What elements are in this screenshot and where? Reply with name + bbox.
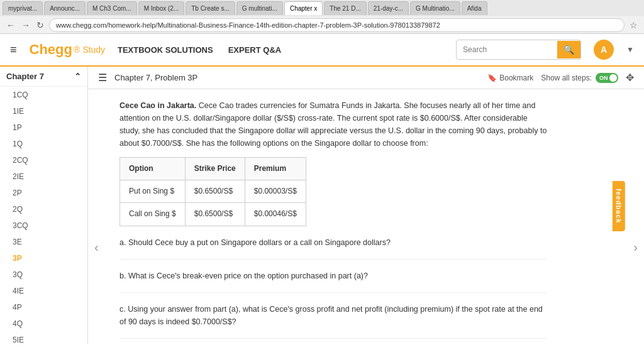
back-button[interactable]: ← [5,19,16,31]
refresh-button[interactable]: ↻ [35,19,45,31]
chegg-logo-text: Chegg [30,41,72,58]
address-input[interactable] [49,18,625,32]
sidebar-item-3q[interactable]: 3Q [0,266,87,283]
sidebar-item-2p[interactable]: 2P [0,185,87,201]
tab-create[interactable]: Tb Create s... [186,1,235,15]
tab-afida[interactable]: Afida [462,1,487,15]
forward-button[interactable]: → [20,19,31,31]
tab-g-multinatio[interactable]: G Multinatio... [410,1,460,15]
problem-title: Chapter 7, Problem 3P [114,73,197,82]
sidebar-item-2q[interactable]: 2Q [0,201,87,217]
option-row1-option: Put on Sing $ [120,180,186,203]
options-table: Option Strike Price Premium Put on Sing … [119,157,306,226]
option-row2-premium: $0.00046/S$ [245,203,306,226]
question-b-text: b. What is Cece's break-even price on th… [119,272,368,280]
toggle-knob [609,74,617,82]
chegg-header: ≡ Chegg ® Study TEXTBOOK SOLUTIONS EXPER… [0,34,644,67]
content-area: Chapter 7 ⌃ 1CQ 1IE 1P 1Q 2CQ 2IE 2P 2Q … [0,67,644,344]
tab-myprivate[interactable]: myprivat... [3,1,43,15]
show-steps-control: Show all steps: ON [541,73,618,83]
next-problem-button[interactable]: › [627,233,644,260]
problem-header: ☰ Chapter 7, Problem 3P 🔖 Bookmark Show … [88,67,644,89]
chapter-label: Chapter 7 [6,72,44,81]
problem-wrapper: ‹ › Cece Cao in Jakarta. Cece Cao trades… [88,89,644,344]
sidebar-item-1p[interactable]: 1P [0,119,87,136]
tab-bar: myprivat... Announc... M Ch3 Com... M In… [0,0,644,16]
tab-chapter[interactable]: Chapter x [284,1,323,15]
table-header-premium: Premium [245,158,306,180]
sidebar-item-4p[interactable]: 4P [0,299,87,315]
sidebar-item-4q[interactable]: 4Q [0,315,87,332]
search-box: 🔍 [456,40,581,60]
question-c-text: c. Using your answer from part (a), what… [119,305,543,326]
prev-problem-button[interactable]: ‹ [88,233,105,260]
sidebar-item-1ie[interactable]: 1IE [0,103,87,119]
table-header-strike: Strike Price [185,158,245,180]
main-content: ☰ Chapter 7, Problem 3P 🔖 Bookmark Show … [88,67,644,344]
option-row1-strike: $0.6500/S$ [185,180,245,203]
question-c: c. Using your answer from part (a), what… [119,303,547,339]
show-steps-label: Show all steps: [541,74,592,82]
sidebar-item-3p[interactable]: 3P [0,250,87,266]
tab-google-multi[interactable]: G multinati... [236,1,283,15]
sidebar-item-3cq[interactable]: 3CQ [0,217,87,234]
avatar[interactable]: A [594,40,614,60]
option-row2-strike: $0.6500/S$ [185,203,245,226]
list-view-icon[interactable]: ☰ [98,72,107,84]
sidebar-item-1cq[interactable]: 1CQ [0,87,87,103]
nav-textbook-solutions[interactable]: TEXTBOOK SOLUTIONS [118,45,213,55]
sidebar-header: Chapter 7 ⌃ [0,67,87,87]
show-steps-toggle[interactable]: ON [596,73,618,83]
question-a-text: a. Should Cece buy a put on Singapore do… [119,238,391,247]
question-a: a. Should Cece buy a put on Singapore do… [119,236,547,260]
tab-21day[interactable]: 21-day-c... [368,1,409,15]
bookmark-star[interactable]: ☆ [628,19,639,31]
sidebar-item-3e[interactable]: 3E [0,234,87,250]
chegg-study-text: ® Study [74,45,105,55]
option-row2-option: Call on Sing $ [120,203,186,226]
feedback-tab[interactable]: feedback [613,181,625,231]
bookmark-label: Bookmark [499,74,533,82]
table-row: Call on Sing $ $0.6500/S$ $0.00046/S$ [120,203,306,226]
tab-ch3[interactable]: M Ch3 Com... [87,1,137,15]
avatar-dropdown-icon[interactable]: ▼ [626,45,634,54]
search-button[interactable]: 🔍 [557,41,580,58]
sidebar-collapse-icon[interactable]: ⌃ [74,72,81,81]
tab-announce[interactable]: Announc... [44,1,86,15]
sidebar-item-5ie[interactable]: 5IE [0,332,87,344]
sidebar: Chapter 7 ⌃ 1CQ 1IE 1P 1Q 2CQ 2IE 2P 2Q … [0,67,88,344]
sidebar-item-4ie[interactable]: 4IE [0,283,87,299]
sidebar-item-2cq[interactable]: 2CQ [0,152,87,168]
problem-body: Cece Cao in Jakarta. Cece Cao trades cur… [88,89,579,344]
table-header-option: Option [120,158,186,180]
expand-icon[interactable]: ✥ [626,72,634,84]
toggle-on-label: ON [599,75,608,81]
chegg-logo: Chegg ® Study [30,41,105,58]
hamburger-button[interactable]: ≡ [10,43,17,57]
question-b: b. What is Cece's break-even price on th… [119,270,547,293]
sidebar-item-2ie[interactable]: 2IE [0,168,87,185]
header-nav: TEXTBOOK SOLUTIONS EXPERT Q&A [118,45,281,55]
tab-21d[interactable]: The 21 D... [324,1,366,15]
bookmark-icon: 🔖 [487,74,497,82]
problem-intro-paragraph: Cece Cao in Jakarta. Cece Cao trades cur… [119,99,547,150]
tab-inbox[interactable]: M Inbox (2... [138,1,185,15]
sidebar-item-1q[interactable]: 1Q [0,136,87,152]
bookmark-button[interactable]: 🔖 Bookmark [487,74,533,82]
problem-intro-bold: Cece Cao in Jakarta. [119,101,196,110]
option-row1-premium: $0.00003/S$ [245,180,306,203]
address-bar: ← → ↻ ☆ [0,16,644,34]
search-input[interactable] [457,43,557,57]
nav-expert-qa[interactable]: EXPERT Q&A [228,45,282,55]
table-row: Put on Sing $ $0.6500/S$ $0.00003/S$ [120,180,306,203]
